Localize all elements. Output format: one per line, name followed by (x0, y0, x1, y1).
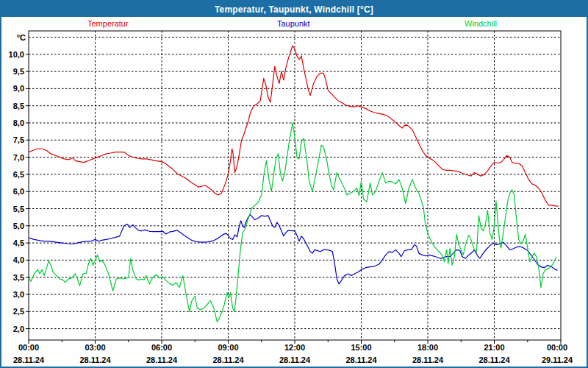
y-axis-unit-label: °C (17, 33, 26, 42)
y-tick-label: 6,5 (13, 170, 24, 179)
x-tick-date-label: 28.11.24 (279, 355, 311, 364)
x-tick-date-label: 28.11.24 (412, 355, 444, 364)
chart-window: Temperatur, Taupunkt, Windchill [°C] 2,0… (0, 0, 588, 368)
x-tick-date-label: 28.11.24 (478, 355, 510, 364)
x-tick-time-label: 18:00 (417, 343, 438, 352)
x-tick-time-label: 03:00 (85, 343, 105, 352)
x-tick-time-label: 00:00 (547, 343, 567, 352)
y-tick-label: 2,0 (13, 325, 24, 333)
x-tick-time-label: 06:00 (151, 343, 172, 352)
chart-plot: 2,02,53,03,54,04,55,05,56,06,57,07,58,08… (1, 1, 588, 368)
y-tick-label: 9,5 (13, 67, 24, 76)
x-tick-time-label: 15:00 (351, 343, 371, 352)
x-tick-date-label: 28.11.24 (345, 355, 377, 364)
x-tick-date-label: 28.11.24 (79, 355, 111, 364)
legend-item-taupunkt: Taupunkt (277, 19, 310, 28)
y-tick-label: 6,0 (13, 187, 24, 196)
y-tick-label: 2,5 (13, 307, 24, 316)
y-tick-label: 3,0 (13, 290, 24, 299)
y-tick-label: 9,0 (13, 84, 24, 93)
legend: TemperaturTaupunktWindchill (1, 19, 587, 29)
y-tick-label: 7,5 (13, 135, 24, 144)
y-tick-label: 8,5 (13, 102, 24, 110)
legend-item-windchill: Windchill (465, 19, 497, 28)
legend-item-temperatur: Temperatur (87, 19, 129, 28)
y-tick-label: 8,0 (13, 118, 24, 127)
y-tick-label: 10,0 (9, 50, 24, 59)
x-tick-date-label: 28.11.24 (13, 355, 45, 364)
y-tick-label: 5,5 (13, 205, 24, 213)
y-tick-label: 7,0 (13, 153, 24, 162)
x-tick-date-label: 29.11.24 (542, 355, 573, 364)
x-tick-time-label: 12:00 (284, 343, 305, 352)
x-tick-time-label: 09:00 (218, 343, 238, 352)
x-tick-date-label: 28.11.24 (146, 355, 178, 364)
x-tick-time-label: 00:00 (18, 343, 39, 352)
y-tick-label: 4,0 (13, 255, 24, 264)
x-tick-date-label: 28.11.24 (212, 355, 244, 364)
x-tick-time-label: 21:00 (484, 343, 504, 352)
y-tick-label: 5,0 (13, 222, 24, 230)
y-tick-label: 4,5 (13, 238, 24, 247)
y-tick-label: 3,5 (13, 273, 24, 282)
